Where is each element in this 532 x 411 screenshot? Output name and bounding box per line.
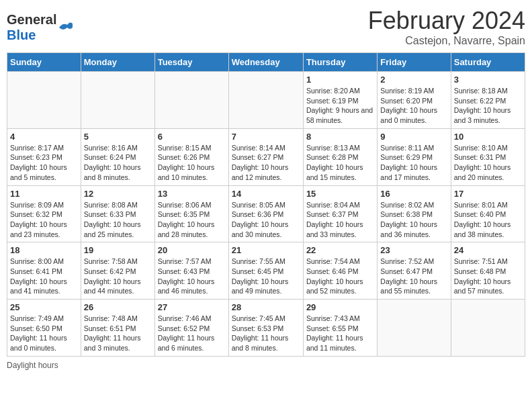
calendar-cell: 20Sunrise: 7:57 AMSunset: 6:43 PMDayligh… — [154, 242, 228, 300]
calendar-cell: 17Sunrise: 8:01 AMSunset: 6:40 PMDayligh… — [451, 185, 525, 242]
day-number: 16 — [380, 189, 447, 199]
calendar-cell: 1Sunrise: 8:20 AMSunset: 6:19 PMDaylight… — [303, 72, 377, 129]
logo-text: General Blue — [7, 12, 56, 43]
day-info: Sunrise: 8:10 AMSunset: 6:31 PMDaylight:… — [454, 143, 522, 183]
calendar-cell: 29Sunrise: 7:43 AMSunset: 6:55 PMDayligh… — [303, 300, 377, 357]
calendar-cell: 3Sunrise: 8:18 AMSunset: 6:22 PMDaylight… — [451, 72, 525, 129]
calendar-cell: 21Sunrise: 7:55 AMSunset: 6:45 PMDayligh… — [228, 242, 303, 300]
day-number: 6 — [158, 132, 226, 142]
day-number: 20 — [158, 245, 226, 255]
calendar-cell: 9Sunrise: 8:11 AMSunset: 6:29 PMDaylight… — [378, 128, 451, 185]
day-info: Sunrise: 7:58 AMSunset: 6:42 PMDaylight:… — [84, 257, 152, 296]
calendar-cell: 14Sunrise: 8:05 AMSunset: 6:36 PMDayligh… — [228, 185, 303, 242]
calendar-cell: 15Sunrise: 8:04 AMSunset: 6:37 PMDayligh… — [303, 185, 377, 242]
logo-general: General — [7, 12, 56, 27]
calendar-cell: 11Sunrise: 8:09 AMSunset: 6:32 PMDayligh… — [7, 185, 81, 242]
day-number: 24 — [454, 245, 522, 255]
footer-note: Daylight hours — [7, 361, 525, 370]
day-number: 3 — [454, 75, 522, 85]
day-info: Sunrise: 7:43 AMSunset: 6:55 PMDaylight:… — [306, 314, 374, 353]
day-info: Sunrise: 8:09 AMSunset: 6:32 PMDaylight:… — [10, 200, 78, 240]
day-info: Sunrise: 7:55 AMSunset: 6:45 PMDaylight:… — [232, 257, 300, 296]
logo: General Blue — [7, 12, 74, 43]
day-info: Sunrise: 8:18 AMSunset: 6:22 PMDaylight:… — [454, 86, 522, 126]
day-info: Sunrise: 7:52 AMSunset: 6:47 PMDaylight:… — [380, 257, 447, 296]
header-day-monday: Monday — [81, 53, 154, 72]
day-info: Sunrise: 8:02 AMSunset: 6:38 PMDaylight:… — [380, 200, 447, 240]
day-number: 9 — [380, 132, 447, 142]
main-title: February 2024 — [368, 7, 525, 35]
day-info: Sunrise: 8:15 AMSunset: 6:26 PMDaylight:… — [158, 143, 226, 183]
day-number: 4 — [10, 132, 78, 142]
day-info: Sunrise: 7:51 AMSunset: 6:48 PMDaylight:… — [454, 257, 522, 296]
header-day-sunday: Sunday — [7, 53, 81, 72]
day-info: Sunrise: 8:06 AMSunset: 6:35 PMDaylight:… — [158, 200, 226, 240]
day-number: 2 — [380, 75, 447, 85]
day-number: 7 — [232, 132, 300, 142]
header-day-friday: Friday — [378, 53, 451, 72]
calendar-cell — [228, 72, 303, 129]
calendar-cell: 25Sunrise: 7:49 AMSunset: 6:50 PMDayligh… — [7, 300, 81, 357]
sub-title: Castejon, Navarre, Spain — [368, 35, 525, 47]
calendar-cell: 5Sunrise: 8:16 AMSunset: 6:24 PMDaylight… — [81, 128, 154, 185]
calendar-cell: 13Sunrise: 8:06 AMSunset: 6:35 PMDayligh… — [154, 185, 228, 242]
day-info: Sunrise: 7:46 AMSunset: 6:52 PMDaylight:… — [158, 314, 226, 353]
day-number: 19 — [84, 245, 152, 255]
calendar-cell: 26Sunrise: 7:48 AMSunset: 6:51 PMDayligh… — [81, 300, 154, 357]
day-info: Sunrise: 8:14 AMSunset: 6:27 PMDaylight:… — [232, 143, 300, 183]
calendar-header-row: SundayMondayTuesdayWednesdayThursdayFrid… — [7, 53, 525, 72]
logo-blue: Blue — [7, 28, 36, 42]
calendar-cell: 10Sunrise: 8:10 AMSunset: 6:31 PMDayligh… — [451, 128, 525, 185]
day-number: 12 — [84, 189, 152, 199]
day-info: Sunrise: 8:00 AMSunset: 6:41 PMDaylight:… — [10, 257, 78, 296]
title-area: February 2024 Castejon, Navarre, Spain — [368, 7, 525, 47]
logo-icon — [58, 19, 74, 36]
calendar-cell: 28Sunrise: 7:45 AMSunset: 6:53 PMDayligh… — [228, 300, 303, 357]
calendar-cell: 23Sunrise: 7:52 AMSunset: 6:47 PMDayligh… — [378, 242, 451, 300]
calendar-cell: 8Sunrise: 8:13 AMSunset: 6:28 PMDaylight… — [303, 128, 377, 185]
calendar-cell — [7, 72, 81, 129]
day-number: 21 — [232, 245, 300, 255]
day-info: Sunrise: 7:49 AMSunset: 6:50 PMDaylight:… — [10, 314, 78, 353]
day-info: Sunrise: 8:08 AMSunset: 6:33 PMDaylight:… — [84, 200, 152, 240]
day-info: Sunrise: 7:48 AMSunset: 6:51 PMDaylight:… — [84, 314, 152, 353]
calendar-cell: 27Sunrise: 7:46 AMSunset: 6:52 PMDayligh… — [154, 300, 228, 357]
day-info: Sunrise: 8:04 AMSunset: 6:37 PMDaylight:… — [306, 200, 374, 240]
day-info: Sunrise: 8:01 AMSunset: 6:40 PMDaylight:… — [454, 200, 522, 240]
day-number: 15 — [306, 189, 374, 199]
header: General Blue February 2024 Castejon, Nav… — [7, 7, 525, 47]
header-day-saturday: Saturday — [451, 53, 525, 72]
day-number: 28 — [232, 302, 300, 312]
day-number: 14 — [232, 189, 300, 199]
day-info: Sunrise: 8:13 AMSunset: 6:28 PMDaylight:… — [306, 143, 374, 183]
header-day-thursday: Thursday — [303, 53, 377, 72]
day-number: 22 — [306, 245, 374, 255]
calendar-week-row: 25Sunrise: 7:49 AMSunset: 6:50 PMDayligh… — [7, 300, 525, 357]
calendar-cell: 18Sunrise: 8:00 AMSunset: 6:41 PMDayligh… — [7, 242, 81, 300]
day-info: Sunrise: 8:05 AMSunset: 6:36 PMDaylight:… — [232, 200, 300, 240]
day-number: 8 — [306, 132, 374, 142]
day-number: 11 — [10, 189, 78, 199]
calendar-table: SundayMondayTuesdayWednesdayThursdayFrid… — [7, 52, 525, 357]
day-info: Sunrise: 7:54 AMSunset: 6:46 PMDaylight:… — [306, 257, 374, 296]
calendar-cell: 12Sunrise: 8:08 AMSunset: 6:33 PMDayligh… — [81, 185, 154, 242]
day-info: Sunrise: 7:57 AMSunset: 6:43 PMDaylight:… — [158, 257, 226, 296]
calendar-week-row: 4Sunrise: 8:17 AMSunset: 6:23 PMDaylight… — [7, 128, 525, 185]
calendar-cell: 4Sunrise: 8:17 AMSunset: 6:23 PMDaylight… — [7, 128, 81, 185]
calendar-cell — [378, 300, 451, 357]
day-number: 17 — [454, 189, 522, 199]
day-number: 27 — [158, 302, 226, 312]
calendar-cell — [451, 300, 525, 357]
calendar-cell: 22Sunrise: 7:54 AMSunset: 6:46 PMDayligh… — [303, 242, 377, 300]
day-number: 29 — [306, 302, 374, 312]
day-number: 5 — [84, 132, 152, 142]
day-info: Sunrise: 8:17 AMSunset: 6:23 PMDaylight:… — [10, 143, 78, 183]
day-info: Sunrise: 7:45 AMSunset: 6:53 PMDaylight:… — [232, 314, 300, 353]
calendar-cell: 7Sunrise: 8:14 AMSunset: 6:27 PMDaylight… — [228, 128, 303, 185]
day-number: 23 — [380, 245, 447, 255]
day-info: Sunrise: 8:19 AMSunset: 6:20 PMDaylight:… — [380, 86, 447, 126]
calendar-cell: 19Sunrise: 7:58 AMSunset: 6:42 PMDayligh… — [81, 242, 154, 300]
calendar-cell: 16Sunrise: 8:02 AMSunset: 6:38 PMDayligh… — [378, 185, 451, 242]
day-number: 1 — [306, 75, 374, 85]
day-info: Sunrise: 8:20 AMSunset: 6:19 PMDaylight:… — [306, 86, 374, 126]
